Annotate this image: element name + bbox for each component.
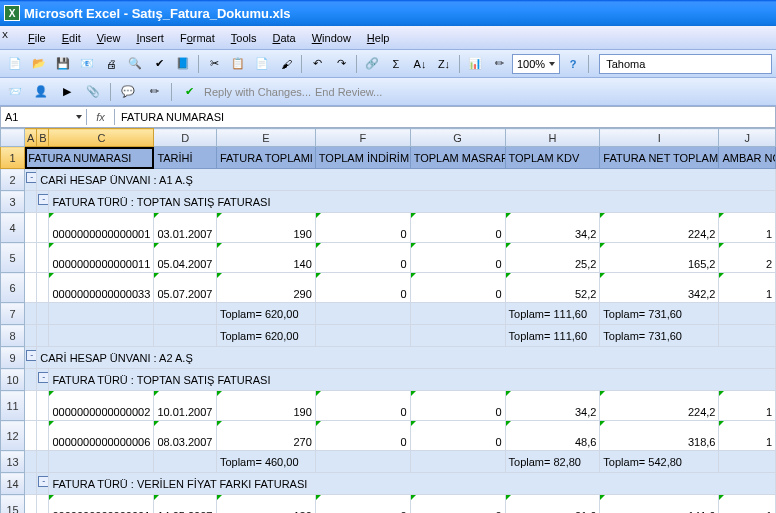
cell[interactable]: TARİHİ [154,147,217,169]
menu-format[interactable]: Format [172,30,223,46]
cell[interactable] [37,451,49,473]
cell[interactable]: 34,2 [505,391,600,421]
sort-desc-button[interactable]: Z↓ [433,53,455,75]
cell[interactable]: 120 [216,495,315,514]
col-header-A[interactable]: A [25,129,37,147]
row-header[interactable]: 8 [1,325,25,347]
cell[interactable] [37,391,49,421]
cell[interactable]: Toplam= 111,60 [505,303,600,325]
comment-button[interactable]: 💬 [117,81,139,103]
send-button[interactable]: 📨 [4,81,26,103]
cell[interactable] [37,213,49,243]
format-painter-button[interactable]: 🖌 [275,53,297,75]
cell[interactable]: 2 [719,243,776,273]
reply-changes-button[interactable]: Reply with Changes... [204,86,311,98]
row-header[interactable]: 2 [1,169,25,191]
row-header[interactable]: 6 [1,273,25,303]
cell[interactable]: 0 [410,243,505,273]
row-header[interactable]: 12 [1,421,25,451]
row-header[interactable]: 14 [1,473,25,495]
col-header-B[interactable]: B [37,129,49,147]
cell[interactable]: 140 [216,243,315,273]
cell[interactable] [154,303,217,325]
cell[interactable]: 10.01.2007 [154,391,217,421]
cell[interactable]: Toplam= 620,00 [216,303,315,325]
cell[interactable]: 141,6 [600,495,719,514]
menu-window[interactable]: Window [304,30,359,46]
cell[interactable] [37,303,49,325]
cell[interactable]: 165,2 [600,243,719,273]
col-header-D[interactable]: D [154,129,217,147]
cell[interactable]: Toplam= 460,00 [216,451,315,473]
cell[interactable]: 290 [216,273,315,303]
cell[interactable]: 05.07.2007 [154,273,217,303]
cell[interactable]: 1 [719,421,776,451]
cell[interactable] [49,451,154,473]
menu-help[interactable]: Help [359,30,398,46]
col-header-F[interactable]: F [315,129,410,147]
cell[interactable]: 0000000000000033 [49,273,154,303]
cell[interactable] [315,303,410,325]
menu-edit[interactable]: Edit [54,30,89,46]
group-label[interactable]: FATURA TÜRÜ : TOPTAN SATIŞ FATURASI [49,191,776,213]
cell[interactable] [49,325,154,347]
cell[interactable]: TOPLAM MASRAF [410,147,505,169]
cell[interactable] [25,273,37,303]
cell[interactable]: FATURA TOPLAMI [216,147,315,169]
permission-button[interactable]: 📧 [76,53,98,75]
cell[interactable]: TOPLAM KDV [505,147,600,169]
cut-button[interactable]: ✂ [203,53,225,75]
spell-button[interactable]: ✔ [148,53,170,75]
recip-button[interactable]: 👤 [30,81,52,103]
outline-toggle[interactable]: - [37,191,49,213]
row-header[interactable]: 10 [1,369,25,391]
cell[interactable]: FATURA NET TOPLAMI [600,147,719,169]
col-header-I[interactable]: I [600,129,719,147]
cell[interactable]: 224,2 [600,391,719,421]
cell[interactable] [37,495,49,514]
name-box[interactable]: A1 [1,109,87,125]
cell[interactable] [37,325,49,347]
sort-asc-button[interactable]: A↓ [409,53,431,75]
cell[interactable]: 0 [315,243,410,273]
outline-toggle[interactable]: - [25,347,37,369]
select-all-corner[interactable] [1,129,25,147]
cell[interactable]: FATURA NUMARASI [25,147,154,169]
group-label[interactable]: CARİ HESAP ÜNVANI : A2 A.Ş [37,347,776,369]
cell[interactable]: 0000000000000006 [49,421,154,451]
cell[interactable] [410,451,505,473]
copy-button[interactable]: 📋 [227,53,249,75]
cell[interactable]: 0 [315,391,410,421]
row-header[interactable]: 11 [1,391,25,421]
link-button[interactable]: 🔗 [361,53,383,75]
cell[interactable]: 0 [315,273,410,303]
cell[interactable] [37,243,49,273]
open-button[interactable]: 📂 [28,53,50,75]
cell[interactable] [154,451,217,473]
col-header-E[interactable]: E [216,129,315,147]
cell[interactable] [410,325,505,347]
cell[interactable]: 0 [315,213,410,243]
row-header[interactable]: 9 [1,347,25,369]
font-name-combo[interactable]: Tahoma [599,54,772,74]
cell[interactable]: 0000000000000001 [49,213,154,243]
outline-toggle[interactable]: - [37,473,49,495]
cell[interactable]: Toplam= 731,60 [600,325,719,347]
end-review-button[interactable]: End Review... [315,86,382,98]
cell[interactable]: 0 [410,421,505,451]
cell[interactable] [25,495,37,514]
undo-button[interactable]: ↶ [306,53,328,75]
cell[interactable] [25,213,37,243]
new-button[interactable]: 📄 [4,53,26,75]
cell[interactable] [25,473,37,495]
cell[interactable] [37,421,49,451]
cell[interactable]: 21,6 [505,495,600,514]
cell[interactable]: Toplam= 82,80 [505,451,600,473]
row-header[interactable]: 4 [1,213,25,243]
cell[interactable]: 190 [216,213,315,243]
zoom-combo[interactable]: 100% [512,54,560,74]
row-header[interactable]: 15 [1,495,25,514]
cell[interactable]: TOPLAM İNDİRİM [315,147,410,169]
row-header[interactable]: 1 [1,147,25,169]
cell[interactable]: AMBAR NO [719,147,776,169]
